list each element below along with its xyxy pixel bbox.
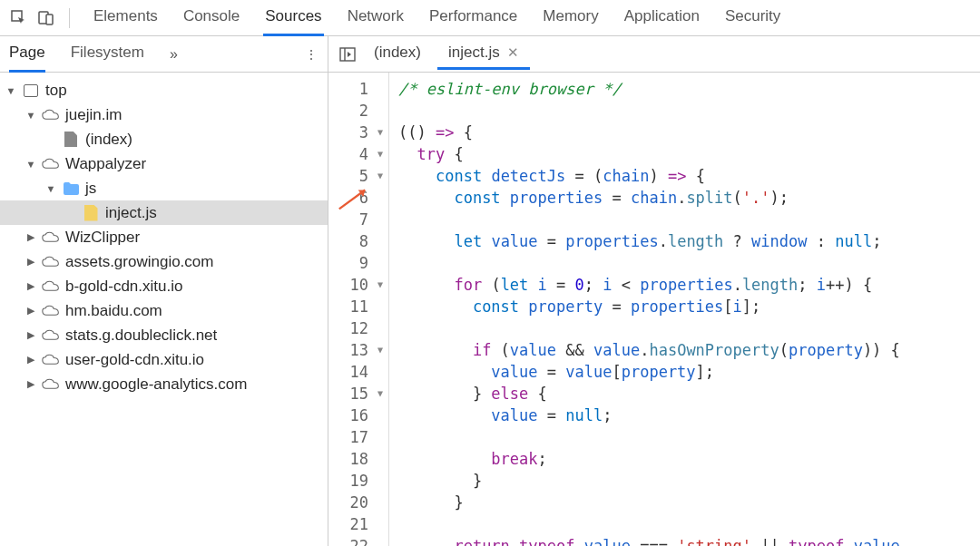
code-line[interactable]: try { [398, 143, 980, 165]
fold-icon[interactable]: ▼ [376, 339, 385, 361]
gutter-line[interactable]: 11 [328, 296, 385, 317]
code-line[interactable]: (() => { [398, 122, 980, 143]
gutter-line[interactable]: 4▼ [328, 143, 385, 165]
nav-tab-filesystem[interactable]: Filesystem [71, 36, 144, 73]
code-line[interactable]: value = value[property]; [398, 361, 980, 383]
code-line[interactable]: } else { [398, 383, 980, 405]
tree-hmbaidu[interactable]: ▶hm.baidu.com [0, 298, 328, 323]
gutter-line[interactable]: 9 [328, 252, 385, 274]
tree-usergold[interactable]: ▶user-gold-cdn.xitu.io [0, 347, 328, 372]
gutter-line[interactable]: 20 [328, 492, 385, 513]
cloud-icon [42, 155, 60, 173]
fold-icon[interactable]: ▼ [376, 122, 385, 143]
code-line[interactable]: } [398, 492, 980, 513]
editor-tab-inject[interactable]: inject.js ✕ [437, 38, 530, 70]
fold-icon[interactable]: ▼ [376, 165, 385, 187]
fold-icon[interactable]: ▼ [376, 274, 385, 296]
tree-js-folder[interactable]: ▼js [0, 176, 328, 200]
code-line[interactable] [398, 252, 980, 274]
disclosure-triangle-icon[interactable]: ▶ [25, 354, 36, 366]
tree-bgold[interactable]: ▶b-gold-cdn.xitu.io [0, 274, 328, 298]
gutter-line[interactable]: 15▼ [328, 383, 385, 405]
tree-index[interactable]: (index) [0, 127, 328, 151]
code-line[interactable]: let value = properties.length ? window :… [398, 230, 980, 252]
code-line[interactable] [398, 513, 980, 535]
tab-network[interactable]: Network [346, 0, 406, 36]
cloud-icon [42, 253, 60, 271]
tree-juejin[interactable]: ▼juejin.im [0, 102, 328, 127]
code-line[interactable]: for (let i = 0; i < properties.length; i… [398, 274, 980, 296]
gutter-line[interactable]: 1 [328, 78, 385, 100]
nav-tab-page[interactable]: Page [9, 36, 45, 73]
gutter-line[interactable]: 22 [328, 535, 385, 546]
tab-security[interactable]: Security [723, 0, 782, 36]
code-line[interactable]: return typeof value === 'string' || type… [398, 535, 980, 546]
gutter-line[interactable]: 5▼ [328, 165, 385, 187]
close-icon[interactable]: ✕ [507, 44, 519, 61]
fold-icon[interactable]: ▼ [376, 383, 385, 405]
tree-wappalyzer[interactable]: ▼Wappalyzer [0, 151, 328, 176]
gutter-line[interactable]: 13▼ [328, 339, 385, 361]
inspect-element-icon[interactable] [7, 6, 31, 30]
disclosure-triangle-icon[interactable]: ▶ [25, 329, 36, 341]
code-line[interactable]: /* eslint-env browser */ [398, 78, 980, 100]
gutter-line[interactable]: 12 [328, 317, 385, 339]
disclosure-triangle-icon[interactable]: ▶ [25, 305, 36, 317]
code-line[interactable]: } [398, 470, 980, 492]
disclosure-triangle-icon[interactable]: ▶ [25, 231, 36, 243]
gutter-line[interactable]: 7 [328, 209, 385, 230]
disclosure-triangle-icon[interactable]: ▼ [25, 110, 36, 121]
tab-console[interactable]: Console [181, 0, 241, 36]
cloud-icon [42, 302, 60, 320]
gutter-line[interactable]: 19 [328, 470, 385, 492]
gutter-line[interactable]: 6 [328, 187, 385, 209]
gutter-line[interactable]: 16 [328, 405, 385, 426]
nav-kebab-icon[interactable]: ⋮ [305, 47, 318, 62]
gutter-line[interactable]: 14 [328, 361, 385, 383]
code-line[interactable] [398, 209, 980, 230]
code-line[interactable] [398, 100, 980, 122]
editor-tab-inject-label: inject.js [448, 44, 500, 62]
gutter-line[interactable]: 10▼ [328, 274, 385, 296]
disclosure-triangle-icon[interactable]: ▶ [25, 256, 36, 268]
gutter-line[interactable]: 17 [328, 426, 385, 448]
tab-elements[interactable]: Elements [92, 0, 160, 36]
tree-wizclipper[interactable]: ▶WizClipper [0, 225, 328, 249]
code-content[interactable]: /* eslint-env browser */ (() => { try { … [388, 73, 980, 546]
tab-sources[interactable]: Sources [263, 0, 323, 36]
gutter-line[interactable]: 2 [328, 100, 385, 122]
gutter-line[interactable]: 3▼ [328, 122, 385, 143]
tree-top[interactable]: ▼top [0, 78, 328, 102]
code-line[interactable]: value = null; [398, 405, 980, 426]
editor-tab-index[interactable]: (index) [363, 38, 432, 70]
fold-icon[interactable]: ▼ [376, 143, 385, 165]
code-line[interactable]: const detectJs = (chain) => { [398, 165, 980, 187]
devtools-toolbar: Elements Console Sources Network Perform… [0, 0, 980, 36]
tab-memory[interactable]: Memory [541, 0, 600, 36]
tab-application[interactable]: Application [622, 0, 701, 36]
code-line[interactable]: break; [398, 448, 980, 470]
tab-performance[interactable]: Performance [427, 0, 519, 36]
code-line[interactable]: const properties = chain.split('.'); [398, 187, 980, 209]
disclosure-triangle-icon[interactable]: ▼ [5, 85, 16, 96]
disclosure-triangle-icon[interactable]: ▶ [25, 280, 36, 292]
code-line[interactable] [398, 426, 980, 448]
nav-tab-more[interactable]: » [170, 46, 178, 63]
disclosure-triangle-icon[interactable]: ▼ [25, 159, 36, 170]
tree-doubleclick[interactable]: ▶stats.g.doubleclick.net [0, 323, 328, 347]
disclosure-triangle-icon[interactable]: ▼ [45, 183, 56, 194]
cloud-icon [42, 106, 60, 124]
gutter-line[interactable]: 18 [328, 448, 385, 470]
code-line[interactable]: if (value && value.hasOwnProperty(proper… [398, 339, 980, 361]
disclosure-triangle-icon[interactable]: ▶ [25, 378, 36, 390]
line-gutter[interactable]: 123▼4▼5▼678910▼111213▼1415▼1617181920212… [328, 73, 388, 546]
toggle-navigator-icon[interactable] [338, 44, 358, 64]
gutter-line[interactable]: 21 [328, 513, 385, 535]
tree-growingio[interactable]: ▶assets.growingio.com [0, 249, 328, 274]
code-line[interactable]: const property = properties[i]; [398, 296, 980, 317]
gutter-line[interactable]: 8 [328, 230, 385, 252]
device-toolbar-icon[interactable] [34, 6, 58, 30]
code-line[interactable] [398, 317, 980, 339]
tree-inject-js[interactable]: inject.js [0, 200, 328, 225]
tree-ga[interactable]: ▶www.google-analytics.com [0, 372, 328, 396]
